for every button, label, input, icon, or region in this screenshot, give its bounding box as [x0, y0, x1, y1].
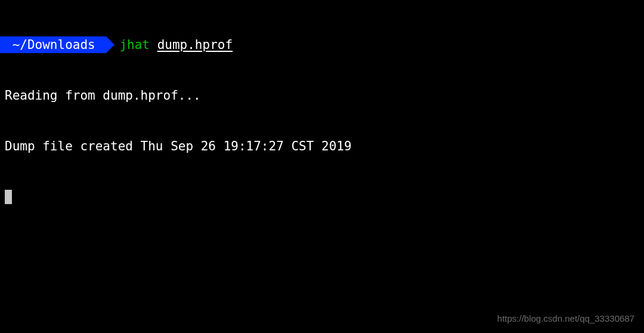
- command-name: jhat: [119, 36, 150, 53]
- cursor-line: [0, 189, 644, 205]
- cursor-icon: [5, 190, 12, 204]
- command-argument: dump.hprof: [157, 36, 233, 53]
- output-line-1: Reading from dump.hprof...: [0, 87, 644, 104]
- terminal[interactable]: ~/Downloads jhat dump.hprof Reading from…: [0, 2, 644, 222]
- watermark: https://blog.csdn.net/qq_33330687: [497, 313, 634, 325]
- space: [150, 36, 157, 53]
- prompt-arrow-icon: [106, 36, 114, 53]
- output-line-2: Dump file created Thu Sep 26 19:17:27 CS…: [0, 138, 644, 155]
- prompt-path: ~/Downloads: [0, 36, 106, 53]
- prompt-line: ~/Downloads jhat dump.hprof: [0, 36, 644, 53]
